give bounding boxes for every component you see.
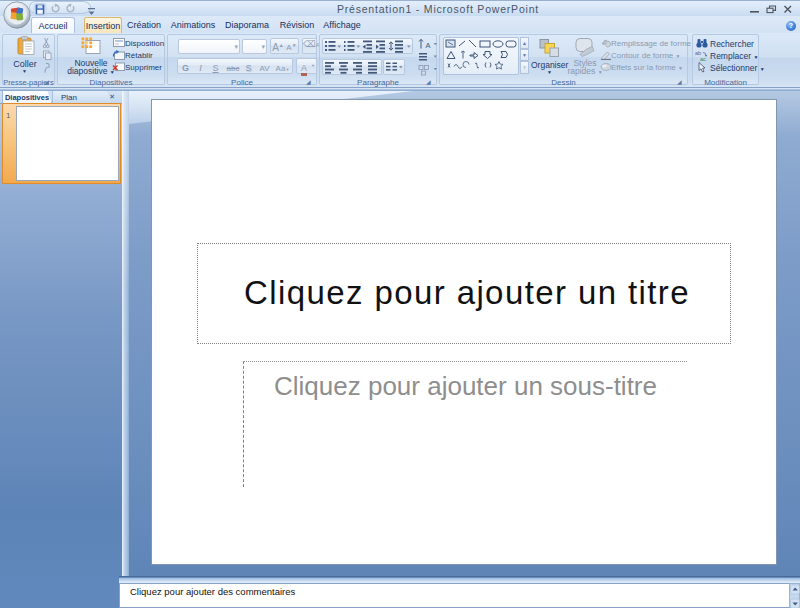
svg-text:A: A (426, 41, 431, 50)
svg-text:ac: ac (700, 56, 706, 62)
